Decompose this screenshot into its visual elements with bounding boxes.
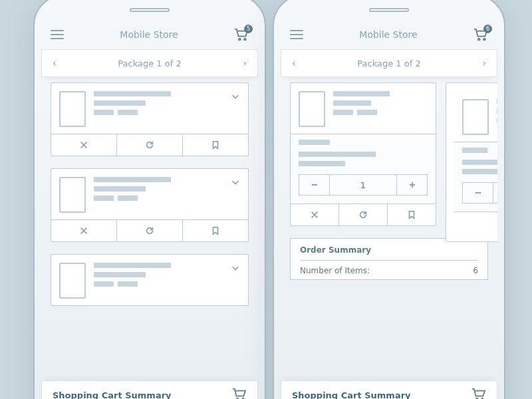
qty-plus-button[interactable] xyxy=(396,175,427,195)
product-card-peek xyxy=(446,82,497,242)
product-thumbnail xyxy=(462,99,489,135)
cart-button[interactable]: 6 xyxy=(473,29,488,41)
product-list xyxy=(41,82,258,380)
phone-left-frame: Mobile Store 5 ‹ Package 1 of 2 › xyxy=(33,0,266,399)
menu-icon[interactable] xyxy=(290,30,303,39)
cart-summary-label: Shopping Cart Summary xyxy=(292,390,411,400)
product-meta xyxy=(94,263,223,287)
app-title: Mobile Store xyxy=(303,29,473,40)
phone-speaker xyxy=(130,8,170,12)
phone-right-frame: Mobile Store 6 ‹ Package 1 of 2 › xyxy=(273,0,505,399)
remove-button[interactable] xyxy=(291,204,339,225)
product-card-expanded: 1 xyxy=(290,82,436,226)
order-summary-items-label: Number of Items: xyxy=(300,266,370,275)
expand-toggle[interactable] xyxy=(231,263,240,275)
package-label: Package 1 of 2 xyxy=(118,59,181,68)
qty-minus-button[interactable] xyxy=(299,175,330,195)
next-package-button[interactable]: › xyxy=(482,58,486,68)
app-bar: Mobile Store 5 xyxy=(41,21,258,48)
remove-button[interactable] xyxy=(51,134,117,156)
bookmark-button[interactable] xyxy=(183,134,248,156)
remove-button[interactable] xyxy=(51,220,117,241)
package-label: Package 1 of 2 xyxy=(357,59,420,68)
prev-package-button[interactable]: ‹ xyxy=(292,58,296,68)
qty-minus-button[interactable] xyxy=(463,183,493,203)
prev-package-button[interactable]: ‹ xyxy=(53,58,57,68)
menu-icon[interactable] xyxy=(51,30,64,39)
expand-toggle[interactable] xyxy=(231,177,240,190)
refresh-button[interactable] xyxy=(117,134,183,156)
package-nav: ‹ Package 1 of 2 › xyxy=(281,49,497,77)
cart-badge: 6 xyxy=(483,25,492,33)
product-meta xyxy=(333,91,428,115)
product-meta xyxy=(94,177,223,201)
qty-value xyxy=(493,183,497,203)
cart-button[interactable]: 5 xyxy=(234,29,249,41)
product-thumbnail xyxy=(299,91,325,127)
product-carousel: 1 xyxy=(281,82,497,280)
cart-badge: 5 xyxy=(244,25,253,33)
bookmark-button[interactable] xyxy=(388,204,436,225)
app-bar: Mobile Store 6 xyxy=(281,21,497,48)
bookmark-button[interactable] xyxy=(183,220,248,241)
svg-point-1 xyxy=(244,39,246,41)
order-summary-title: Order Summary xyxy=(300,245,478,255)
remove-button[interactable] xyxy=(454,212,497,233)
svg-point-5 xyxy=(483,39,485,41)
svg-point-4 xyxy=(478,39,480,41)
product-card xyxy=(51,168,249,242)
cart-summary-label: Shopping Cart Summary xyxy=(53,390,172,400)
product-meta xyxy=(94,91,223,115)
card-actions xyxy=(51,134,248,156)
product-card xyxy=(51,82,249,156)
cart-icon xyxy=(232,388,247,400)
phone-speaker xyxy=(369,8,409,12)
quantity-stepper: 1 xyxy=(299,174,428,196)
cart-summary-bar[interactable]: Shopping Cart Summary xyxy=(281,380,497,399)
svg-point-0 xyxy=(239,39,241,41)
refresh-button[interactable] xyxy=(339,204,388,225)
product-card xyxy=(51,254,249,306)
order-summary: Order Summary Number of Items: 6 xyxy=(290,238,488,280)
refresh-button[interactable] xyxy=(117,220,183,241)
card-actions xyxy=(291,203,436,225)
package-nav: ‹ Package 1 of 2 › xyxy=(41,49,258,77)
product-details: 1 xyxy=(291,134,436,203)
order-summary-items-value: 6 xyxy=(473,266,478,275)
product-thumbnail xyxy=(59,91,86,127)
app-title: Mobile Store xyxy=(64,29,234,40)
card-actions xyxy=(51,219,248,241)
expand-toggle[interactable] xyxy=(231,91,240,104)
product-thumbnail xyxy=(59,177,86,213)
cart-icon xyxy=(471,388,486,400)
next-package-button[interactable]: › xyxy=(243,58,247,68)
qty-value: 1 xyxy=(330,175,396,195)
product-thumbnail xyxy=(59,263,86,299)
cart-summary-bar[interactable]: Shopping Cart Summary xyxy=(41,380,258,399)
